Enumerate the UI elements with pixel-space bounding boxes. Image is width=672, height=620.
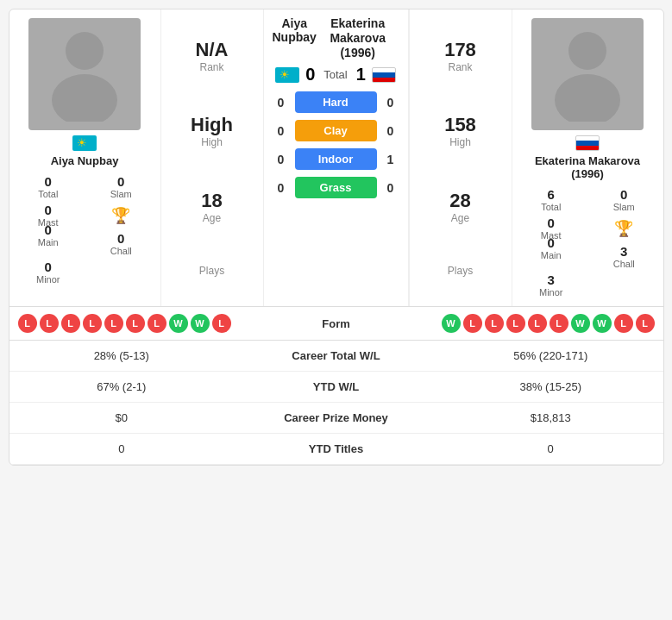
form-badge: L <box>212 314 231 333</box>
stat-left-val: 28% (5-13) <box>9 341 235 372</box>
right-stat-chall: 3 Chall <box>592 244 656 269</box>
grass-button[interactable]: Grass <box>295 177 377 198</box>
right-player-flag <box>575 135 600 151</box>
clay-score-right: 0 <box>382 124 399 138</box>
svg-point-1 <box>52 74 117 122</box>
right-high-stat: 158 High <box>444 114 476 148</box>
clay-score-left: 0 <box>273 124 290 138</box>
mid-left-panel: N/A Rank High High 18 Age Plays <box>160 9 264 306</box>
left-rank-stat: N/A Rank <box>196 39 229 73</box>
form-badge: L <box>104 314 123 333</box>
surface-row-indoor: 0 Indoor 1 <box>273 148 399 170</box>
indoor-score-right: 1 <box>382 153 399 166</box>
stat-right-val: $18,813 <box>438 403 663 434</box>
right-player-avatar <box>531 18 644 130</box>
right-age-stat: 28 Age <box>449 190 470 224</box>
score-left: 0 <box>305 65 315 85</box>
left-plays-stat: Plays <box>199 265 224 277</box>
total-label: Total <box>323 68 347 81</box>
form-label: Form <box>302 317 371 330</box>
form-badge: L <box>550 314 568 333</box>
hard-score-right: 0 <box>382 96 399 110</box>
stat-center-label: YTD Titles <box>234 434 438 465</box>
stats-row: 67% (2-1) YTD W/L 38% (15-25) <box>9 372 663 403</box>
stat-right-val: 38% (15-25) <box>438 372 663 403</box>
right-player-name: Ekaterina Makarova (1996) <box>519 154 656 180</box>
form-badge: L <box>18 314 37 333</box>
right-player-stats: 6 Total 0 Slam 0 Mast 🏆 0 Main 3 <box>519 187 656 297</box>
left-stat-minor: 0 Minor <box>16 260 81 285</box>
center-panel: Aiya Nupbay Ekaterina Makarova (1996) 0 … <box>264 9 409 306</box>
stats-table: 28% (5-13) Career Total W/L 56% (220-171… <box>9 341 663 465</box>
indoor-button[interactable]: Indoor <box>295 148 377 170</box>
stats-row: 0 YTD Titles 0 <box>9 434 663 465</box>
stat-right-val: 56% (220-171) <box>438 341 663 372</box>
surface-row-grass: 0 Grass 0 <box>273 177 399 198</box>
center-left-name: Aiya Nupbay <box>273 16 317 44</box>
top-section: Aiya Nupbay 0 Total 0 Slam 0 Mast 🏆 0 Ma… <box>9 9 663 307</box>
left-stat-slam: 0 Slam <box>89 174 154 199</box>
surface-row-hard: 0 Hard 0 <box>273 91 399 113</box>
right-player-panel: Ekaterina Makarova (1996) 6 Total 0 Slam… <box>512 9 663 306</box>
form-badge: L <box>506 314 525 333</box>
form-badge: W <box>571 314 590 333</box>
svg-point-2 <box>568 32 606 70</box>
mid-right-panel: 178 Rank 158 High 28 Age Plays <box>409 9 512 306</box>
left-stat-chall: 0 Chall <box>89 231 154 256</box>
left-player-panel: Aiya Nupbay 0 Total 0 Slam 0 Mast 🏆 0 Ma… <box>9 9 160 306</box>
stat-left-val: $0 <box>9 403 235 434</box>
stat-left-val: 67% (2-1) <box>9 372 235 403</box>
hard-button[interactable]: Hard <box>295 91 377 113</box>
center-right-name: Ekaterina Makarova (1996) <box>317 16 399 59</box>
stats-row: 28% (5-13) Career Total W/L 56% (220-171… <box>9 341 663 372</box>
right-rank-stat: 178 Rank <box>444 39 476 73</box>
right-plays-stat: Plays <box>448 265 473 277</box>
left-high-stat: High High <box>191 114 233 148</box>
surface-row-clay: 0 Clay 0 <box>273 120 399 141</box>
grass-score-right: 0 <box>382 181 399 195</box>
stat-center-label: YTD W/L <box>234 372 438 403</box>
right-trophy-icon: 🏆 <box>592 216 656 241</box>
stat-center-label: Career Prize Money <box>234 403 438 434</box>
indoor-score-left: 0 <box>273 153 290 166</box>
form-badge: L <box>463 314 482 333</box>
main-card: Aiya Nupbay 0 Total 0 Slam 0 Mast 🏆 0 Ma… <box>9 9 664 466</box>
left-form-badges: LLLLLLLWWL <box>18 314 297 333</box>
form-badge: W <box>442 314 461 333</box>
stat-left-val: 0 <box>9 434 235 465</box>
left-age-stat: 18 Age <box>201 190 222 224</box>
left-stat-total: 0 Total <box>16 174 81 199</box>
svg-point-3 <box>555 74 620 122</box>
grass-score-left: 0 <box>273 181 290 195</box>
left-player-avatar <box>28 18 141 130</box>
score-right: 1 <box>356 65 366 85</box>
right-stat-slam: 0 Slam <box>592 187 656 212</box>
form-badge: L <box>636 314 655 333</box>
form-badge: L <box>40 314 59 333</box>
center-left-flag <box>275 67 299 83</box>
form-badge: L <box>485 314 504 333</box>
left-player-stats: 0 Total 0 Slam 0 Mast 🏆 0 Main 0 <box>16 174 154 285</box>
stats-row: $0 Career Prize Money $18,813 <box>9 403 663 434</box>
form-badge: L <box>614 314 633 333</box>
form-badge: W <box>593 314 612 333</box>
clay-button[interactable]: Clay <box>295 120 377 141</box>
form-badge: L <box>83 314 102 333</box>
form-badge: L <box>61 314 80 333</box>
right-stat-minor: 3 Minor <box>519 272 584 297</box>
left-trophy-icon: 🏆 <box>89 203 154 228</box>
right-stat-total: 6 Total <box>519 187 584 212</box>
hard-score-left: 0 <box>273 96 290 110</box>
form-badge: L <box>148 314 166 333</box>
right-form-badges: WLLLLLWWLL <box>376 314 655 333</box>
form-badge: W <box>191 314 210 333</box>
left-stat-main: 0 Main <box>16 222 81 256</box>
svg-point-0 <box>66 32 104 70</box>
left-player-name: Aiya Nupbay <box>51 154 119 167</box>
stat-center-label: Career Total W/L <box>234 341 438 372</box>
left-player-flag <box>72 135 97 151</box>
form-badge: L <box>126 314 145 333</box>
center-right-flag <box>372 67 396 83</box>
form-row: LLLLLLLWWL Form WLLLLLWWLL <box>9 307 663 341</box>
stat-right-val: 0 <box>438 434 663 465</box>
